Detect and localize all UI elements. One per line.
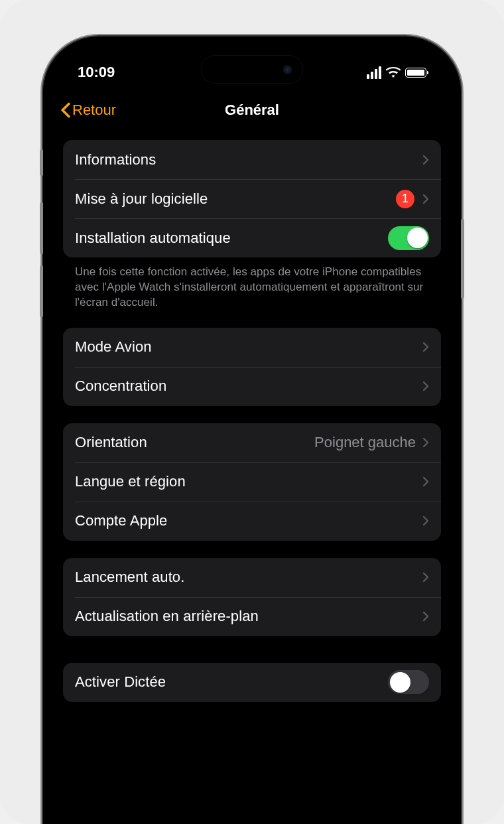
chevron-right-icon: [422, 194, 429, 204]
chevron-left-icon: [60, 102, 71, 118]
group-footer-text: Une fois cette fonction activée, les app…: [63, 257, 441, 310]
chevron-right-icon: [422, 342, 429, 352]
row-dictation: Activer Dictée: [63, 663, 441, 702]
chevron-right-icon: [422, 155, 429, 165]
row-orientation[interactable]: Orientation Poignet gauche: [63, 423, 441, 462]
row-auto-launch[interactable]: Lancement auto.: [63, 558, 441, 597]
page-title: Général: [225, 102, 279, 119]
cellular-signal-icon: [367, 66, 381, 79]
battery-icon: [405, 68, 426, 78]
screen: 10:09 Retour Gé: [52, 46, 452, 824]
nav-bar: Retour Général: [52, 92, 452, 128]
row-label: Mode Avion: [75, 338, 422, 356]
back-button[interactable]: Retour: [60, 102, 116, 119]
wifi-icon: [386, 67, 401, 78]
row-label: Installation automatique: [75, 230, 388, 247]
row-label: Concentration: [75, 378, 422, 395]
row-background-refresh[interactable]: Actualisation en arrière-plan: [63, 597, 441, 636]
row-label: Actualisation en arrière-plan: [75, 608, 422, 625]
row-label: Compte Apple: [75, 512, 422, 529]
row-airplane-mode[interactable]: Mode Avion: [63, 328, 441, 367]
status-time: 10:09: [78, 64, 115, 81]
volume-up-button: [40, 202, 43, 254]
chevron-right-icon: [422, 381, 429, 391]
row-label: Mise à jour logicielle: [75, 190, 396, 208]
row-label: Orientation: [75, 434, 314, 451]
phone-frame: 10:09 Retour Gé: [43, 36, 461, 824]
row-label: Activer Dictée: [75, 673, 388, 691]
row-value: Poignet gauche: [314, 434, 416, 451]
row-label: Langue et région: [75, 473, 422, 490]
chevron-right-icon: [422, 515, 429, 526]
volume-down-button: [40, 265, 43, 317]
row-software-update[interactable]: Mise à jour logicielle 1: [63, 179, 441, 218]
side-button: [40, 149, 43, 176]
row-informations[interactable]: Informations: [63, 140, 441, 179]
power-button: [461, 219, 464, 299]
row-auto-install: Installation automatique: [63, 218, 441, 257]
row-focus[interactable]: Concentration: [63, 367, 441, 406]
chevron-right-icon: [422, 611, 429, 622]
row-label: Lancement auto.: [75, 569, 422, 586]
row-apple-account[interactable]: Compte Apple: [63, 502, 441, 541]
notification-badge: 1: [396, 190, 414, 208]
chevron-right-icon: [422, 437, 429, 448]
dynamic-island: [201, 55, 304, 84]
dictation-toggle[interactable]: [388, 670, 429, 694]
row-language-region[interactable]: Langue et région: [63, 462, 441, 502]
back-label: Retour: [72, 102, 116, 119]
chevron-right-icon: [422, 476, 429, 487]
auto-install-toggle[interactable]: [388, 226, 429, 250]
chevron-right-icon: [422, 572, 429, 583]
row-label: Informations: [75, 151, 422, 169]
